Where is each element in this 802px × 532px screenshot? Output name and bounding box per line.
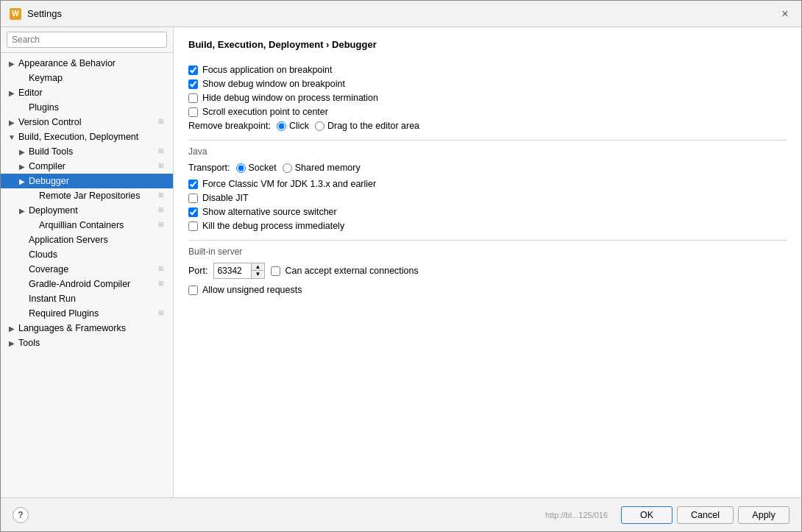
ok-button[interactable]: OK [621, 506, 673, 524]
port-decrement-button[interactable]: ▼ [252, 271, 263, 278]
sidebar-item-label: Gradle-Android Compiler [29, 279, 130, 289]
checkbox-row-kill-debug: Kill the debug process immediately [188, 221, 787, 231]
port-spinner: ▲ ▼ [251, 263, 263, 278]
sidebar-item-label: Remote Jar Repositories [39, 191, 141, 201]
radio-label-drag[interactable]: Drag to the editor area [315, 121, 419, 131]
scroll-exec-checkbox[interactable] [188, 107, 198, 117]
checkbox-row-scroll-exec: Scroll execution point to center [188, 107, 787, 117]
show-alt-label: Show alternative source switcher [202, 207, 337, 217]
sidebar-item-label: Deployment [29, 205, 78, 216]
sidebar-item-coverage[interactable]: ▶ Coverage ⊞ [1, 262, 173, 277]
sidebar-item-instant-run[interactable]: ▶ Instant Run [1, 291, 173, 306]
transport-row: Transport: Socket Shared memory [188, 163, 787, 173]
app-icon: W [10, 8, 21, 20]
expand-arrow-icon: ▼ [7, 132, 17, 142]
footer-right: http://bl...125/016 OK Cancel Apply [545, 506, 789, 524]
sidebar-item-languages[interactable]: ▶ Languages & Frameworks [1, 321, 173, 336]
sidebar-item-label: Debugger [29, 176, 69, 186]
radio-shared-memory[interactable] [283, 163, 292, 173]
sidebar-item-gradle-android[interactable]: ▶ Gradle-Android Compiler ⊞ [1, 277, 173, 291]
sidebar-item-arquillian[interactable]: ▶ Arquillian Containers ⊞ [1, 218, 173, 233]
sidebar-item-label: Editor [18, 88, 43, 98]
checkbox-row-disable-jit: Disable JIT [188, 193, 787, 203]
hide-debug-label: Hide debug window on process termination [202, 93, 378, 103]
sidebar-item-application-servers[interactable]: ▶ Application Servers [1, 233, 173, 247]
title-bar: W Settings × [1, 1, 801, 27]
sidebar-item-build-tools[interactable]: ▶ Build Tools ⊞ [1, 144, 173, 159]
expand-arrow-icon: ▶ [17, 161, 27, 171]
disable-jit-label: Disable JIT [202, 193, 249, 203]
breadcrumb: Build, Execution, Deployment › Debugger [188, 39, 787, 53]
port-label: Port: [188, 266, 207, 276]
hide-debug-checkbox[interactable] [188, 93, 198, 103]
apply-button[interactable]: Apply [738, 506, 789, 524]
sidebar-item-debugger[interactable]: ▶ Debugger [1, 174, 173, 188]
kill-debug-checkbox[interactable] [188, 221, 198, 231]
sidebar-item-label: Keymap [29, 73, 63, 83]
sidebar-item-version-control[interactable]: ▶ Version Control ⊞ [1, 115, 173, 130]
title-bar-left: W Settings [10, 8, 62, 20]
page-icon: ⊞ [158, 309, 167, 318]
radio-socket[interactable] [236, 163, 246, 173]
radio-label-socket[interactable]: Socket [236, 163, 277, 173]
transport-label: Transport: [188, 163, 230, 173]
page-icon: ⊞ [158, 280, 167, 288]
expand-arrow-icon: ▶ [7, 88, 17, 98]
sidebar-item-required-plugins[interactable]: ▶ Required Plugins ⊞ [1, 306, 173, 321]
sidebar-item-label: Build Tools [29, 146, 73, 157]
checkbox-row-force-classic: Force Classic VM for JDK 1.3.x and earli… [188, 179, 787, 189]
radio-click[interactable] [277, 121, 286, 131]
expand-arrow-icon: ▶ [17, 146, 27, 157]
sidebar-item-build-execution[interactable]: ▼ Build, Execution, Deployment [1, 130, 173, 144]
sidebar-item-label: Compiler [29, 161, 65, 171]
close-button[interactable]: × [778, 7, 792, 21]
dialog-title: Settings [27, 8, 62, 19]
help-button[interactable]: ? [13, 507, 29, 523]
sidebar-item-tools[interactable]: ▶ Tools [1, 336, 173, 350]
sidebar-item-plugins[interactable]: ▶ Plugins [1, 100, 173, 115]
radio-click-label: Click [289, 121, 309, 131]
sidebar-item-editor[interactable]: ▶ Editor [1, 85, 173, 100]
dialog-body: ▶ Appearance & Behavior ▶ Keymap ▶ Edito… [1, 27, 801, 497]
page-icon: ⊞ [158, 162, 167, 171]
cancel-button[interactable]: Cancel [677, 506, 734, 524]
expand-arrow-icon: ▶ [17, 176, 27, 186]
page-icon: ⊞ [158, 206, 167, 215]
page-icon: ⊞ [158, 265, 167, 274]
sidebar-item-keymap[interactable]: ▶ Keymap [1, 71, 173, 85]
force-classic-checkbox[interactable] [188, 180, 198, 189]
port-increment-button[interactable]: ▲ [252, 263, 263, 271]
expand-arrow-icon: ▶ [7, 58, 17, 68]
page-icon: ⊞ [158, 147, 167, 156]
focus-app-checkbox[interactable] [188, 65, 198, 75]
page-icon: ⊞ [158, 191, 167, 200]
radio-drag[interactable] [315, 121, 324, 131]
nav-tree: ▶ Appearance & Behavior ▶ Keymap ▶ Edito… [1, 53, 173, 497]
disable-jit-checkbox[interactable] [188, 194, 198, 203]
can-accept-checkbox[interactable] [271, 266, 280, 276]
java-section-divider [188, 140, 787, 141]
sidebar-item-compiler[interactable]: ▶ Compiler ⊞ [1, 159, 173, 174]
sidebar-item-clouds[interactable]: ▶ Clouds [1, 247, 173, 262]
page-icon: ⊞ [158, 221, 167, 230]
sidebar-item-label: Instant Run [29, 294, 76, 304]
port-input[interactable] [214, 264, 251, 277]
radio-label-shared-memory[interactable]: Shared memory [283, 163, 361, 173]
allow-unsigned-checkbox[interactable] [188, 285, 198, 295]
search-input[interactable] [7, 32, 167, 48]
radio-socket-label: Socket [249, 163, 277, 173]
sidebar-item-label: Plugins [29, 102, 59, 113]
radio-label-click[interactable]: Click [277, 121, 309, 131]
sidebar-item-appearance[interactable]: ▶ Appearance & Behavior [1, 56, 173, 71]
checkbox-row-show-alt: Show alternative source switcher [188, 207, 787, 217]
sidebar: ▶ Appearance & Behavior ▶ Keymap ▶ Edito… [1, 27, 174, 497]
can-accept-row: Can accept external connections [271, 266, 418, 276]
sidebar-item-deployment[interactable]: ▶ Deployment ⊞ [1, 203, 173, 218]
general-section: Focus application on breakpoint Show deb… [188, 65, 787, 131]
scroll-exec-label: Scroll execution point to center [202, 107, 328, 117]
show-alt-checkbox[interactable] [188, 208, 198, 217]
show-debug-checkbox[interactable] [188, 79, 198, 89]
can-accept-label: Can accept external connections [285, 266, 418, 276]
sidebar-item-remote-jar[interactable]: ▶ Remote Jar Repositories ⊞ [1, 188, 173, 203]
search-box [1, 27, 173, 53]
